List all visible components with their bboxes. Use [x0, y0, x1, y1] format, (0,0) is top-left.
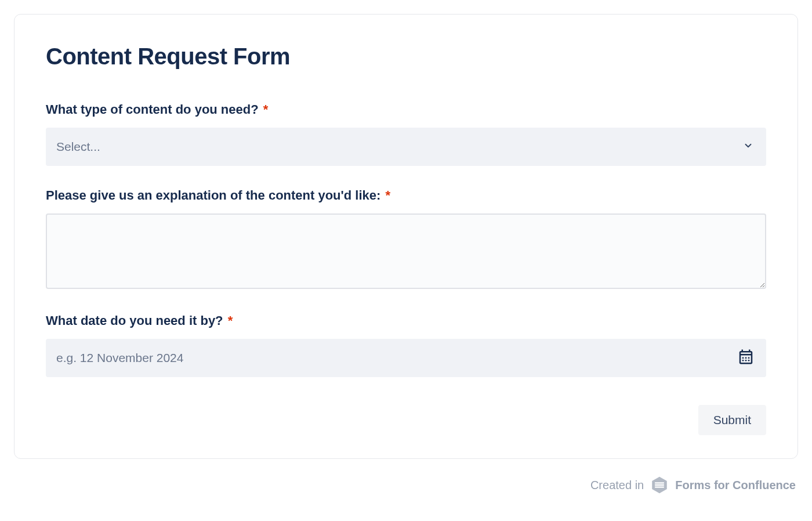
- label-text: Please give us an explanation of the con…: [46, 188, 380, 202]
- footer-created-in: Created in: [590, 479, 644, 492]
- brand-logo-icon: [650, 475, 669, 495]
- due-date-input[interactable]: [46, 339, 766, 377]
- label-text: What date do you need it by?: [46, 313, 223, 328]
- footer-brand-name: Forms for Confluence: [675, 479, 796, 492]
- required-indicator: *: [263, 102, 269, 117]
- form-container: Content Request Form What type of conten…: [14, 14, 798, 459]
- required-indicator: *: [228, 313, 233, 328]
- select-wrapper: Select...: [46, 128, 766, 166]
- submit-button[interactable]: Submit: [698, 405, 766, 435]
- date-wrapper: [46, 339, 766, 377]
- form-title: Content Request Form: [46, 44, 766, 70]
- select-placeholder: Select...: [56, 140, 100, 154]
- content-type-select[interactable]: Select...: [46, 128, 766, 166]
- due-date-label: What date do you need it by? *: [46, 313, 766, 328]
- field-content-type: What type of content do you need? * Sele…: [46, 102, 766, 166]
- explanation-label: Please give us an explanation of the con…: [46, 188, 766, 203]
- field-due-date: What date do you need it by? *: [46, 313, 766, 377]
- field-explanation: Please give us an explanation of the con…: [46, 188, 766, 291]
- explanation-textarea[interactable]: [46, 214, 766, 289]
- content-type-label: What type of content do you need? *: [46, 102, 766, 117]
- form-actions: Submit: [46, 405, 766, 435]
- label-text: What type of content do you need?: [46, 102, 259, 117]
- required-indicator: *: [386, 188, 391, 202]
- footer-attribution: Created in Forms for Confluence: [14, 475, 798, 495]
